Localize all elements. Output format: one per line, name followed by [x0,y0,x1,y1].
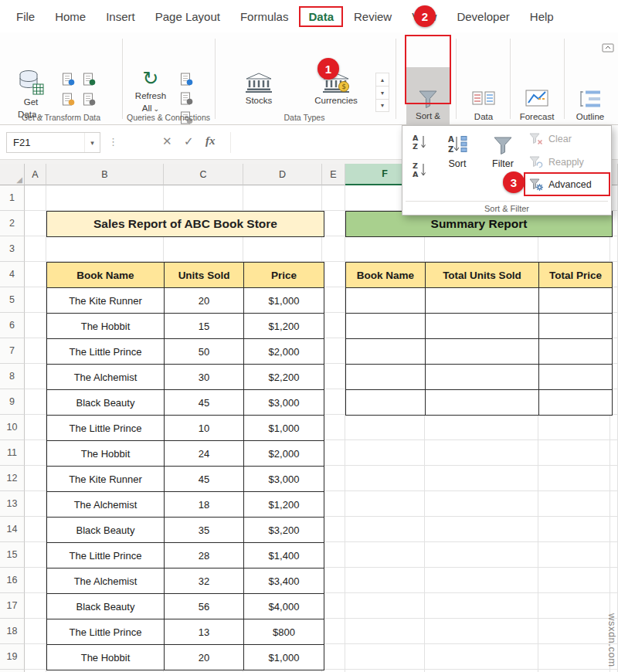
sheet-cell[interactable] [25,619,46,644]
sort-ascending-button[interactable]: A Z [409,131,432,154]
sheet-cell[interactable] [538,593,610,619]
main-table-cell[interactable]: $800 [244,619,324,645]
sheet-cell[interactable] [425,542,538,568]
sheet-cell[interactable] [25,287,46,313]
sheet-cell[interactable] [25,440,46,466]
main-table-cell[interactable]: 35 [165,518,244,543]
sheet-cell[interactable] [322,466,345,491]
main-table-cell[interactable]: The Alchemist [47,492,165,518]
sheet-cell[interactable] [46,185,164,211]
name-box[interactable]: F21 ▾ [6,132,100,153]
summary-table-cell[interactable] [539,390,613,416]
sheet-cell[interactable] [164,236,243,262]
sheet-cell[interactable] [425,517,538,542]
existing-connections-icon[interactable] [83,93,98,106]
main-table-header-cell[interactable]: Units Sold [165,263,244,288]
sheet-cell[interactable] [322,542,345,568]
insert-function-icon[interactable]: fx [205,134,216,148]
sheet-cell[interactable] [425,491,538,517]
sheet-cell[interactable] [425,440,538,466]
main-table-cell[interactable]: Black Beauty [47,390,165,416]
sheet-cell[interactable] [538,491,610,517]
sheet-cell[interactable] [610,568,618,593]
sheet-cell[interactable] [322,568,345,593]
sheet-cell[interactable] [425,466,538,491]
sheet-cell[interactable] [25,644,46,670]
sheet-cell[interactable] [610,466,618,491]
sheet-cell[interactable] [610,236,618,262]
row-header-9[interactable]: 9 [0,389,25,415]
sheet-cell[interactable] [425,415,538,440]
main-table-cell[interactable]: 56 [165,594,244,619]
refresh-all-button[interactable]: ↻ Refresh All⌄ [128,69,173,114]
sheet-cell[interactable] [322,313,345,338]
main-table-cell[interactable]: The Little Prince [47,543,165,568]
row-header-19[interactable]: 19 [0,644,25,670]
sheet-cell[interactable] [425,236,538,262]
sort-descending-button[interactable]: Z A [409,158,432,182]
summary-table-cell[interactable] [539,314,613,339]
column-header-D[interactable]: D [243,164,322,185]
sheet-cell[interactable] [25,364,46,389]
column-header-E[interactable]: E [322,164,345,185]
sheet-cell[interactable] [322,491,345,517]
main-table-cell[interactable]: $1,200 [244,314,324,339]
sheet-cell[interactable] [46,236,164,262]
sheet-cell[interactable] [345,568,425,593]
main-table-cell[interactable]: The Alchemist [47,365,165,390]
row-header-13[interactable]: 13 [0,491,25,517]
tab-help[interactable]: Help [520,4,564,29]
sheet-cell[interactable] [243,185,322,211]
main-table-cell[interactable]: 13 [165,619,244,645]
main-table-cell[interactable]: $1,000 [244,288,324,314]
summary-table-cell[interactable] [539,288,613,314]
sheet-cell[interactable] [538,644,610,670]
sheet-cell[interactable] [322,262,345,287]
drag-handle-icon[interactable]: ⋮ [108,136,118,148]
sheet-cell[interactable] [538,466,610,491]
summary-table-cell[interactable] [346,365,426,390]
summary-table-cell[interactable] [426,288,539,314]
sheet-cell[interactable] [322,338,345,364]
sheet-cell[interactable] [164,185,243,211]
row-header-5[interactable]: 5 [0,287,25,313]
main-table-cell[interactable]: The Alchemist [47,568,165,594]
from-text-csv-icon[interactable] [62,73,77,86]
column-header-B[interactable]: B [46,164,164,185]
row-header-8[interactable]: 8 [0,364,25,389]
select-all-corner[interactable]: ◢ [0,164,25,185]
row-header-3[interactable]: 3 [0,236,25,262]
column-header-C[interactable]: C [164,164,243,185]
sheet-cell[interactable] [322,389,345,415]
sheet-cell[interactable] [538,619,610,644]
sheet-cell[interactable] [322,185,345,211]
sheet-cell[interactable] [25,313,46,338]
sheet-cell[interactable] [322,415,345,440]
main-table-cell[interactable]: The Little Prince [47,416,165,441]
row-header-10[interactable]: 10 [0,415,25,440]
sheet-cell[interactable] [610,415,618,440]
sheet-cell[interactable] [25,236,46,262]
row-header-4[interactable]: 4 [0,262,25,287]
main-table-cell[interactable]: 15 [165,314,244,339]
summary-table-cell[interactable] [539,365,613,390]
sheet-cell[interactable] [538,236,610,262]
sort-button[interactable]: A Z Sort [436,134,478,169]
main-table-cell[interactable]: $2,000 [244,441,324,467]
main-table-cell[interactable]: Black Beauty [47,594,165,619]
sheet-cell[interactable] [345,517,425,542]
main-table-cell[interactable]: $3,400 [244,568,324,594]
column-header-A[interactable]: A [25,164,46,185]
main-table-cell[interactable]: 50 [165,339,244,365]
sheet-cell[interactable] [345,236,425,262]
sheet-cell[interactable] [322,211,345,236]
summary-table-header-cell[interactable]: Book Name [346,263,426,288]
sheet-cell[interactable] [425,644,538,670]
sheet-cell[interactable] [345,619,425,644]
sheet-cell[interactable] [610,542,618,568]
row-header-2[interactable]: 2 [0,211,25,236]
row-header-18[interactable]: 18 [0,619,25,644]
sheet-cell[interactable] [322,364,345,389]
advanced-filter-item[interactable]: Advanced [529,175,610,195]
row-header-6[interactable]: 6 [0,313,25,338]
